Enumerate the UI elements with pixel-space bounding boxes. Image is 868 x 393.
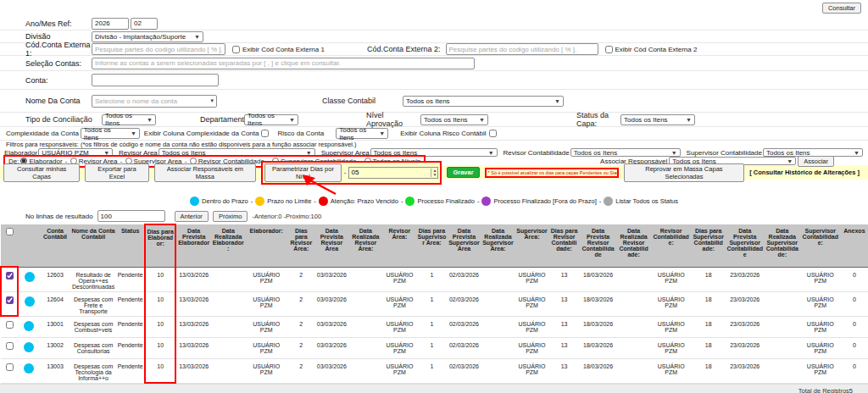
- table-cell: 18: [692, 267, 726, 291]
- row-checkbox[interactable]: [6, 272, 14, 280]
- row-checkbox[interactable]: [6, 296, 14, 304]
- cod-conta-externa-1-input[interactable]: [92, 43, 225, 55]
- consultar-button[interactable]: Consultar: [822, 3, 861, 14]
- table-cell: 13: [549, 316, 580, 337]
- table-cell: 1: [416, 267, 447, 291]
- table-cell: USUÁRIO PZM: [651, 358, 692, 383]
- table-cell: [211, 337, 245, 358]
- table-cell: 02/03/2026: [447, 337, 481, 358]
- nome-conta-label: Nome Da Conta: [25, 97, 92, 105]
- table-cell: [617, 291, 651, 316]
- legend-label: Processo Finalizado: [417, 197, 475, 205]
- column-header: Data Realizada Supervisor Contabilidade:: [765, 224, 800, 267]
- chevron-down-icon: ▼: [131, 130, 136, 136]
- table-cell: Pendente: [116, 358, 145, 383]
- status-capa-select[interactable]: Todos os Itens▼: [620, 114, 695, 125]
- column-header: Revisor Área:: [382, 224, 416, 267]
- exibir-complexidade-checkbox[interactable]: Exibir Coluna Complexidade da Conta: [144, 130, 270, 137]
- table-cell: 18/03/2026: [580, 337, 617, 358]
- table-cell: 10: [145, 337, 175, 358]
- status-dot-cell: [18, 358, 40, 383]
- exportar-excel-button[interactable]: Exportar para Excel: [85, 163, 148, 182]
- row-tipo-conciliacao: Tipo de Conciliação Todos os Itens▼ Depa…: [0, 113, 868, 127]
- status-capa-label: Status da Capa:: [576, 111, 620, 128]
- row-checkbox[interactable]: [6, 363, 14, 371]
- dias-nivel-input[interactable]: [349, 168, 431, 178]
- historico-link[interactable]: [ Consultar Histórico de Alterações ]: [749, 169, 865, 176]
- table-cell: [765, 337, 800, 358]
- legend-dot-icon: [481, 196, 491, 206]
- conta-input[interactable]: [92, 74, 219, 86]
- chevron-down-icon: ▼: [194, 34, 200, 40]
- classe-contabil-label: Classe Contabil: [322, 97, 403, 105]
- status-dot-icon: [24, 363, 34, 374]
- table-cell: USUÁRIO PZM: [515, 358, 549, 383]
- ano-input[interactable]: [92, 18, 129, 30]
- exibir-complexidade-box[interactable]: [261, 130, 269, 137]
- nivel-aprovacao-select[interactable]: Todos os Itens▼: [420, 114, 488, 125]
- cod-conta-externa-2-input[interactable]: [446, 43, 598, 55]
- column-header: Data Prevista Supervisor Área: [447, 224, 481, 267]
- table-cell: 13/03/2026: [175, 337, 211, 358]
- table-cell: USUÁRIO PZM: [515, 316, 549, 337]
- legend-dot-icon: [319, 196, 328, 206]
- status-dot-icon: [25, 272, 35, 282]
- table-cell: USUÁRIO PZM: [245, 316, 287, 337]
- risco-select[interactable]: Todos os Itens▼: [336, 128, 388, 139]
- table-cell: USUÁRIO PZM: [800, 291, 841, 316]
- tipo-conciliacao-select[interactable]: Todos os Itens▼: [102, 114, 156, 125]
- anterior-button[interactable]: Anterior: [175, 211, 209, 222]
- mes-input[interactable]: [131, 18, 158, 30]
- column-header: Anexos: [841, 224, 868, 267]
- exibir-risco-box[interactable]: [489, 130, 497, 137]
- select-all-checkbox[interactable]: [6, 228, 14, 235]
- exibir-externa2-checkbox[interactable]: Exibir Cód Conta Externa 2: [605, 46, 698, 53]
- table-cell: 18: [692, 337, 726, 358]
- table-cell: 13: [549, 291, 580, 316]
- parametrizar-dias-button[interactable]: Parametrizar Dias por Nível: [264, 163, 342, 182]
- table-cell: USUÁRIO PZM: [245, 337, 287, 358]
- chevron-down-icon: ▾: [210, 97, 214, 104]
- selecao-contas-input[interactable]: [92, 58, 475, 69]
- column-header: Dias para Supervisor Área:: [416, 224, 447, 267]
- table-cell: 2: [287, 337, 314, 358]
- chevron-down-icon: ▼: [479, 117, 485, 123]
- table-cell: Pendente: [116, 337, 145, 358]
- table-cell: 0: [841, 358, 868, 383]
- table-row: 13002Despesas com ConsultoriasPendente10…: [1, 337, 868, 358]
- exibir-complexidade-text: Exibir Coluna Complexidade da Conta: [144, 130, 259, 137]
- complexidade-select[interactable]: Todos os Itens▼: [81, 128, 140, 139]
- divisao-select[interactable]: Divisão - Implantação/Suporte▼: [92, 31, 203, 42]
- exibir-externa1-checkbox[interactable]: Exibir Cód Conta Externa 1: [232, 46, 325, 53]
- cod-externa1-label: Cód.Conta Externa 1:: [25, 41, 92, 58]
- table-cell: 13/03/2026: [175, 291, 211, 316]
- parametrizar-group: Parametrizar Dias por Nível - ▲▼: [261, 161, 442, 185]
- spinner-arrows-icon[interactable]: ▲▼: [431, 169, 437, 177]
- legend-item: Processo Finalizado [Fora do Prazo]: [481, 196, 596, 206]
- proximo-button[interactable]: Próximo: [213, 211, 248, 222]
- table-cell: USUÁRIO PZM: [651, 337, 692, 358]
- row-checkbox[interactable]: [6, 321, 14, 329]
- table-cell: 13003: [40, 358, 70, 383]
- linhas-resultado-input[interactable]: [97, 210, 165, 222]
- reprovar-massa-button[interactable]: Reprovar em Massa Capas Selecionadas: [624, 163, 745, 182]
- departamento-select[interactable]: Todos os Itens▼: [244, 114, 298, 125]
- nome-conta-combobox[interactable]: Selecione o nome da conta▾: [92, 95, 217, 108]
- legend-separator: -: [251, 197, 253, 205]
- row-checkbox[interactable]: [6, 342, 14, 350]
- gravar-button[interactable]: Gravar: [447, 167, 479, 178]
- exibir-externa2-box[interactable]: [605, 46, 613, 53]
- associar-massa-button[interactable]: Associar Responsáveis em Massa: [154, 163, 257, 182]
- column-header: Data Prevista Revisor Área: [314, 224, 348, 267]
- table-cell: 12604: [40, 291, 70, 316]
- row-cod-externa: Cód.Conta Externa 1: Exibir Cód Conta Ex…: [0, 43, 868, 56]
- exibir-risco-checkbox[interactable]: Exibir Coluna Risco Contábil: [400, 130, 496, 137]
- associar-button[interactable]: Associar: [798, 156, 834, 167]
- complexidade-label: Complexidade da Conta: [6, 130, 79, 137]
- consultar-capas-button[interactable]: Consultar minhas Capas: [3, 163, 80, 182]
- table-cell: 1: [416, 291, 447, 316]
- row-select-cell: [1, 316, 18, 337]
- table-cell: Despesas com Frete e Transporte: [70, 291, 116, 316]
- exibir-externa1-box[interactable]: [232, 46, 240, 53]
- classe-contabil-select[interactable]: Todos os Itens▼: [403, 96, 564, 107]
